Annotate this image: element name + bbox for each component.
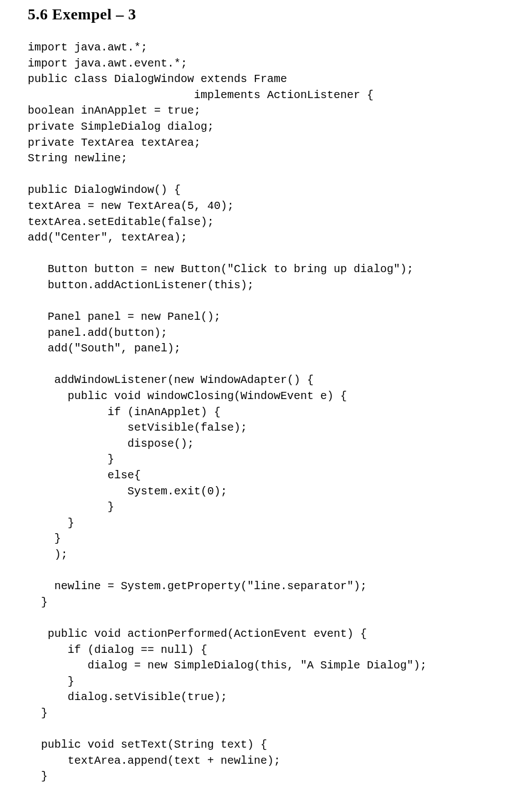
document-page: 5.6 Exempel – 3 import java.awt.*; impor… bbox=[0, 0, 532, 797]
code-block: import java.awt.*; import java.awt.event… bbox=[28, 40, 504, 785]
section-heading: 5.6 Exempel – 3 bbox=[28, 6, 504, 23]
